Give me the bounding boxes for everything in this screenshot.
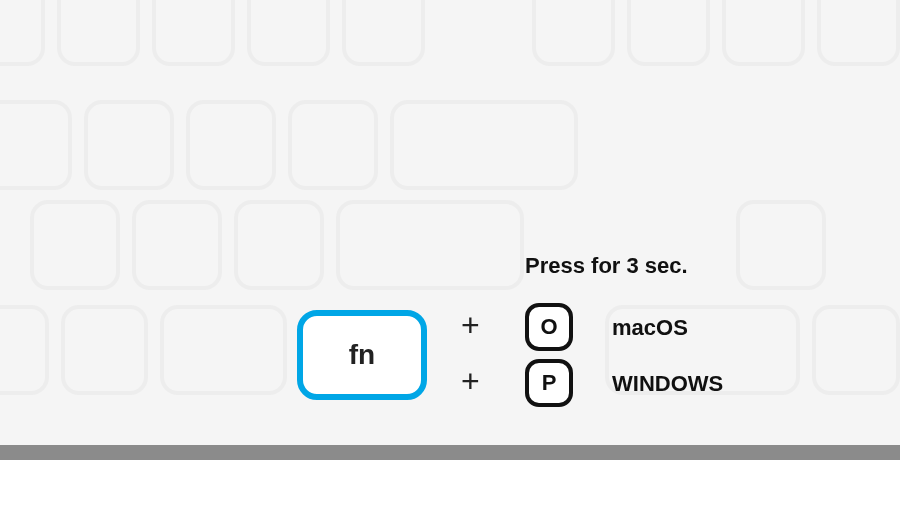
fn-key-highlighted: fn [297, 310, 427, 400]
os-label-macos: macOS [612, 315, 688, 341]
diagram-stage: fn + + O P macOS WINDOWS Press for 3 sec… [0, 0, 900, 530]
keyboard-row-1 [0, 0, 900, 66]
os-label-windows: WINDOWS [612, 371, 723, 397]
ghost-key [30, 200, 120, 290]
ghost-key [61, 305, 149, 395]
keyboard-row-3 [30, 200, 900, 290]
ghost-key [627, 0, 710, 66]
ghost-key [532, 0, 615, 66]
ghost-key [132, 200, 222, 290]
press-instruction-label: Press for 3 sec. [525, 253, 688, 279]
ghost-key [234, 200, 324, 290]
ghost-key [84, 100, 174, 190]
ghost-key [152, 0, 235, 66]
ghost-key [0, 305, 49, 395]
shortcut-key-p: P [525, 359, 573, 407]
keyboard-row-4 [0, 305, 900, 395]
ghost-key [390, 100, 578, 190]
ghost-key [186, 100, 276, 190]
keyboard-background [0, 0, 900, 445]
ghost-key [722, 0, 805, 66]
plus-icon: + [461, 307, 480, 344]
keyboard-row-2 [0, 100, 900, 190]
ghost-key [0, 100, 72, 190]
plus-icon: + [461, 363, 480, 400]
ghost-key [736, 200, 826, 290]
ghost-key [336, 200, 524, 290]
ghost-key [288, 100, 378, 190]
ghost-key [57, 0, 140, 66]
ghost-key [817, 0, 900, 66]
ghost-key [342, 0, 425, 66]
shortcut-key-o: O [525, 303, 573, 351]
keyboard-edge [0, 445, 900, 460]
ghost-key [247, 0, 330, 66]
ghost-key [160, 305, 287, 395]
page-whitespace [0, 460, 900, 530]
ghost-key [812, 305, 900, 395]
ghost-key [0, 0, 45, 66]
